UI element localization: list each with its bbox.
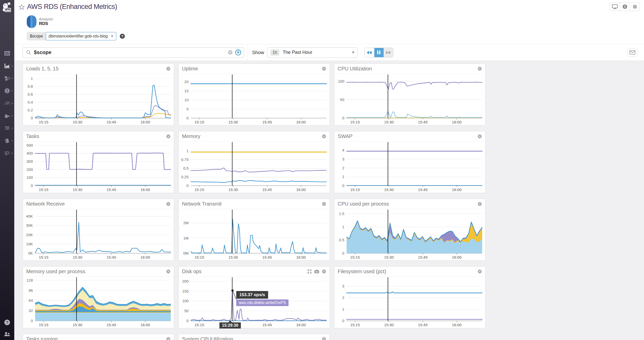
panel-memory: Memory 00.250.50.75115:1515:3015:4516:00: [178, 131, 330, 193]
panel-network-receive: Network Receive 0K10K20K30K40K15:1515:30…: [23, 199, 174, 261]
panel-loads: Loads 1, 5, 15 00.20.40.60.8115:1515:301…: [23, 64, 174, 125]
svg-text:0: 0: [187, 319, 189, 323]
notebook-icon: [4, 138, 10, 144]
favorite-star-icon[interactable]: [19, 4, 25, 10]
time-range-dropdown[interactable]: 1h The Past Hour: [267, 47, 358, 58]
svg-text:150: 150: [182, 289, 189, 293]
search-input[interactable]: [34, 49, 228, 55]
svg-text:15:15: 15:15: [194, 187, 204, 192]
chevron-right-icon: [12, 115, 13, 117]
sidebar-item-infrastructure[interactable]: [0, 72, 14, 84]
gear-icon[interactable]: [322, 134, 326, 139]
sidebar-item-logs[interactable]: [0, 122, 14, 134]
svg-text:16:00: 16:00: [296, 255, 306, 259]
svg-text:15:30: 15:30: [73, 187, 82, 192]
pause-button[interactable]: [374, 48, 384, 57]
settings-button[interactable]: [630, 3, 640, 11]
chart-network-receive[interactable]: 0K10K20K30K40K15:1515:3015:4516:00: [23, 209, 174, 260]
pin-search-icon[interactable]: [235, 49, 241, 56]
chevron-down-icon: [352, 52, 354, 54]
svg-text:0.8: 0.8: [28, 84, 33, 89]
forward-button[interactable]: [384, 48, 393, 57]
svg-text:3: 3: [342, 284, 344, 288]
gear-icon[interactable]: [322, 337, 326, 340]
header-button-group: [610, 3, 640, 11]
gear-icon[interactable]: [166, 134, 171, 139]
chart-uptime[interactable]: 0510152015:1515:3015:4516:00: [179, 74, 330, 125]
gear-icon[interactable]: [166, 202, 171, 206]
svg-text:0: 0: [342, 183, 344, 188]
snapshot-camera-icon[interactable]: [314, 269, 319, 274]
gear-icon[interactable]: [166, 337, 171, 340]
gear-icon[interactable]: [322, 269, 326, 274]
svg-text:1M: 1M: [183, 236, 189, 240]
svg-text:15:45: 15:45: [107, 187, 116, 192]
chart-memory-per-process[interactable]: 032649612815:1515:3015:4516:00: [23, 277, 174, 328]
svg-text:0: 0: [187, 183, 189, 188]
svg-text:15:15: 15:15: [350, 187, 360, 192]
gear-icon[interactable]: [166, 66, 171, 71]
search-box[interactable]: [23, 47, 244, 58]
info-button[interactable]: [620, 3, 630, 11]
sidebar-item-events[interactable]: [0, 84, 14, 97]
svg-text:0.5: 0.5: [339, 238, 344, 242]
gear-icon[interactable]: [477, 202, 482, 206]
datadog-logo-icon[interactable]: [2, 2, 12, 13]
sidebar-item-help[interactable]: ?: [0, 317, 14, 328]
svg-text:1: 1: [31, 76, 33, 81]
panel-title: CPU used per process: [338, 201, 389, 207]
dashboard-toolbar: Show 1h The Past Hour: [14, 44, 644, 61]
amazon-rds-logo-icon: [27, 15, 36, 28]
svg-text:500: 500: [27, 143, 33, 147]
gear-icon[interactable]: [477, 134, 482, 139]
tv-mode-button[interactable]: [610, 3, 620, 11]
monitor-icon: [612, 4, 618, 9]
chart-filesystem-used[interactable]: 012315:1515:3015:4516:00: [334, 277, 485, 328]
svg-text:2M: 2M: [183, 221, 189, 225]
gear-icon[interactable]: [166, 269, 171, 274]
app-window: ? AWS RDS (Enhanced Metrics): [0, 0, 644, 340]
gear-icon[interactable]: [477, 66, 482, 71]
sidebar-item-metrics[interactable]: [0, 59, 14, 72]
expand-icon[interactable]: [307, 269, 312, 274]
chart-tasks[interactable]: 010020030040050015:1515:3015:4516:00: [23, 142, 174, 193]
metrics-chart-icon: [4, 63, 10, 69]
chart-memory[interactable]: 00.250.50.75115:1515:3015:4516:00: [179, 142, 330, 193]
page-title: AWS RDS (Enhanced Metrics): [27, 3, 117, 11]
svg-text:400: 400: [27, 151, 33, 155]
sidebar-item-monitors[interactable]: [0, 97, 14, 109]
sidebar-item-apm[interactable]: [0, 147, 14, 159]
scope-help-icon[interactable]: ?: [120, 33, 125, 39]
chart-cpu-utilization[interactable]: 05010015:1515:3015:4516:00: [334, 74, 485, 125]
svg-text:50: 50: [184, 309, 189, 313]
svg-text:2: 2: [342, 166, 344, 170]
svg-text:32: 32: [29, 308, 33, 313]
chart-cpu-per-process[interactable]: 00.511.515:1515:3015:4516:00: [334, 209, 485, 260]
svg-text:15:45: 15:45: [262, 187, 272, 192]
rewind-button[interactable]: [365, 48, 374, 57]
email-report-button[interactable]: [627, 48, 637, 57]
sidebar-item-dashboards[interactable]: [0, 47, 14, 59]
gear-icon[interactable]: [322, 66, 326, 71]
sidebar-item-team[interactable]: [0, 328, 14, 340]
sidebar-item-notebooks[interactable]: [0, 134, 14, 147]
svg-text:10K: 10K: [26, 242, 33, 246]
sidebar-item-integrations[interactable]: [0, 109, 14, 122]
svg-text:15:45: 15:45: [262, 120, 272, 124]
chart-disk-ops[interactable]: 153.37 ops/s aws.rds.diskio.writeIOsPS 1…: [179, 277, 330, 328]
chart-swap[interactable]: 0123415:1515:3015:4516:00: [334, 142, 485, 193]
svg-text:15:15: 15:15: [194, 323, 204, 327]
hostmap-hexagons-icon: [4, 75, 10, 81]
svg-text:0M: 0M: [183, 251, 189, 255]
svg-text:15:30: 15:30: [384, 255, 394, 259]
gear-icon[interactable]: [477, 269, 482, 274]
gear-icon[interactable]: [322, 202, 326, 206]
svg-text:1: 1: [187, 149, 189, 153]
scope-value-dropdown[interactable]: dbinstanceidentifier:gob-rds-blog: [46, 32, 116, 40]
panel-title: Tasks: [26, 133, 39, 139]
gauge-icon: [4, 100, 10, 106]
clear-search-icon[interactable]: [228, 50, 233, 55]
scope-value: dbinstanceidentifier:gob-rds-blog: [49, 34, 108, 39]
chart-loads[interactable]: 00.20.40.60.8115:1515:3015:4516:00: [23, 74, 174, 125]
chart-network-transmit[interactable]: 0M1M2M15:1515:3015:4516:00: [179, 209, 330, 260]
